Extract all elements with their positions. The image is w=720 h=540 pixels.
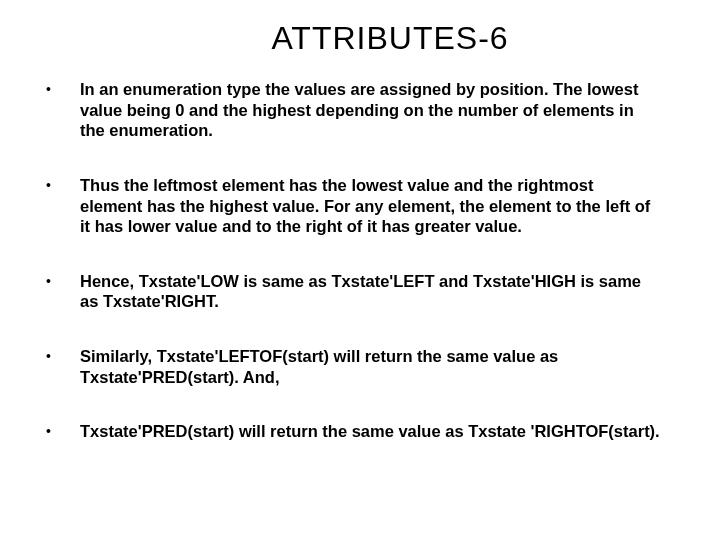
bullet-text: Similarly, Txstate'LEFTOF(start) will re… [80, 346, 680, 387]
bullet-text: In an enumeration type the values are as… [80, 79, 680, 141]
bullet-marker: • [40, 79, 80, 141]
list-item: • Hence, Txstate'LOW is same as Txstate'… [40, 271, 680, 312]
list-item: • Thus the leftmost element has the lowe… [40, 175, 680, 237]
bullet-marker: • [40, 346, 80, 387]
bullet-text: Hence, Txstate'LOW is same as Txstate'LE… [80, 271, 680, 312]
slide-title: ATTRIBUTES-6 [100, 20, 680, 57]
list-item: • Similarly, Txstate'LEFTOF(start) will … [40, 346, 680, 387]
list-item: • In an enumeration type the values are … [40, 79, 680, 141]
bullet-text: Thus the leftmost element has the lowest… [80, 175, 680, 237]
bullet-text: Txstate'PRED(start) will return the same… [80, 421, 680, 442]
bullet-marker: • [40, 421, 80, 442]
bullet-list: • In an enumeration type the values are … [40, 79, 680, 442]
bullet-marker: • [40, 175, 80, 237]
bullet-marker: • [40, 271, 80, 312]
list-item: • Txstate'PRED(start) will return the sa… [40, 421, 680, 442]
